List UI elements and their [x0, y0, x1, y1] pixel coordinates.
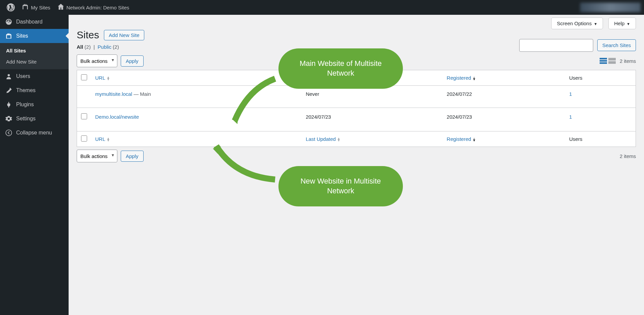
menu-settings-label: Settings	[16, 116, 36, 122]
cell-registered: 2024/07/23	[443, 108, 565, 131]
apply-button-bottom[interactable]: Apply	[121, 151, 144, 162]
view-switch	[599, 57, 616, 65]
filter-all[interactable]: All	[77, 44, 83, 50]
collapse-icon	[5, 129, 13, 136]
svg-rect-5	[608, 58, 616, 61]
menu-plugins[interactable]: Plugins	[0, 97, 69, 112]
svg-rect-6	[608, 61, 616, 64]
annotation-callout-main: Main Website of Multisite Network	[278, 48, 403, 89]
collapse-menu-label: Collapse menu	[16, 130, 52, 136]
cell-users-link[interactable]: 1	[569, 114, 572, 120]
sites-icon	[5, 32, 13, 40]
table-row: Demo.local/newsite2024/07/232024/07/231	[77, 108, 636, 131]
add-new-site-button[interactable]: Add New Site	[104, 30, 145, 40]
filter-public-count: (2)	[113, 44, 119, 50]
row-checkbox[interactable]	[81, 113, 87, 119]
apply-button-top[interactable]: Apply	[121, 55, 144, 67]
svg-rect-4	[600, 62, 607, 64]
user-account-area[interactable]	[580, 3, 641, 12]
wordpress-logo-icon[interactable]	[3, 3, 18, 11]
table-row: mymultisite.local — MainNever2024/07/221	[77, 86, 636, 108]
cell-last-updated: Never	[302, 86, 443, 108]
annotation-callout-new: New Website in Multisite Network	[278, 166, 403, 206]
filter-public[interactable]: Public	[98, 44, 111, 50]
my-sites-link[interactable]: My Sites	[18, 3, 54, 12]
chevron-down-icon: ▼	[594, 22, 597, 26]
col-lastupdated-footer[interactable]: Last Updated▲▼	[302, 131, 443, 147]
view-list-icon[interactable]	[599, 57, 608, 65]
screen-options-toggle[interactable]: Screen Options▼	[551, 17, 603, 29]
menu-themes[interactable]: Themes	[0, 83, 69, 97]
search-box: Search Sites	[519, 39, 636, 52]
cell-registered: 2024/07/22	[443, 86, 565, 108]
menu-dashboard-label: Dashboard	[16, 19, 42, 25]
multisite-icon	[22, 3, 29, 12]
svg-rect-2	[600, 58, 607, 59]
page-title: Sites	[77, 29, 99, 41]
col-url-footer[interactable]: URL▲▼	[91, 131, 302, 147]
view-excerpt-icon[interactable]	[608, 57, 616, 65]
menu-users[interactable]: Users	[0, 69, 69, 83]
menu-plugins-label: Plugins	[16, 102, 34, 108]
menu-settings[interactable]: Settings	[0, 112, 69, 126]
admin-bar: My Sites Network Admin: Demo Sites	[0, 0, 644, 15]
items-count-bottom: 2 items	[620, 153, 636, 159]
col-users-header: Users	[565, 70, 636, 86]
menu-dashboard[interactable]: Dashboard	[0, 15, 69, 29]
collapse-menu[interactable]: Collapse menu	[0, 126, 69, 140]
my-sites-label: My Sites	[31, 5, 50, 10]
dashboard-icon	[5, 18, 13, 26]
plugins-icon	[5, 101, 13, 108]
users-icon	[5, 73, 13, 80]
svg-rect-3	[600, 60, 607, 62]
select-all-top[interactable]	[81, 74, 87, 80]
col-registered-header[interactable]: Registered▲▼	[443, 70, 565, 86]
bulk-actions-select-top[interactable]: Bulk actions	[77, 54, 117, 67]
search-sites-button[interactable]: Search Sites	[597, 39, 636, 51]
chevron-down-icon: ▼	[627, 22, 630, 26]
items-count-top: 2 items	[620, 58, 636, 64]
main-content: Screen Options▼ Help▼ Sites Add New Site…	[69, 15, 644, 173]
filter-all-count: (2)	[84, 44, 90, 50]
site-name-label: Network Admin: Demo Sites	[67, 5, 129, 10]
bulk-actions-select-bottom[interactable]: Bulk actions	[77, 150, 117, 162]
svg-point-1	[6, 130, 12, 136]
select-all-bottom[interactable]	[81, 135, 87, 142]
site-url-link[interactable]: Demo.local/newsite	[95, 114, 139, 120]
site-name-link[interactable]: Network Admin: Demo Sites	[54, 3, 133, 12]
site-url-suffix: — Main	[132, 91, 151, 97]
col-users-footer: Users	[565, 131, 636, 147]
site-url-link[interactable]: mymultisite.local	[95, 91, 132, 97]
submenu-add-new-site[interactable]: Add New Site	[0, 56, 69, 67]
cell-users-link[interactable]: 1	[569, 91, 572, 97]
settings-icon	[5, 115, 13, 122]
tablenav-bottom: Bulk actions Apply 2 items	[77, 150, 636, 162]
home-icon	[57, 3, 65, 12]
menu-themes-label: Themes	[16, 87, 36, 93]
help-toggle[interactable]: Help▼	[608, 17, 636, 29]
menu-sites[interactable]: Sites	[0, 29, 69, 43]
admin-menu: Dashboard Sites All Sites Add New Site U…	[0, 15, 69, 315]
col-registered-footer[interactable]: Registered▲▼	[443, 131, 565, 147]
menu-users-label: Users	[16, 73, 30, 79]
screen-meta-links: Screen Options▼ Help▼	[77, 15, 636, 29]
cell-last-updated: 2024/07/23	[302, 108, 443, 131]
themes-icon	[5, 87, 13, 94]
menu-sites-label: Sites	[16, 33, 28, 39]
search-sites-input[interactable]	[519, 39, 593, 52]
submenu-all-sites[interactable]: All Sites	[0, 45, 69, 56]
sites-submenu: All Sites Add New Site	[0, 43, 69, 69]
